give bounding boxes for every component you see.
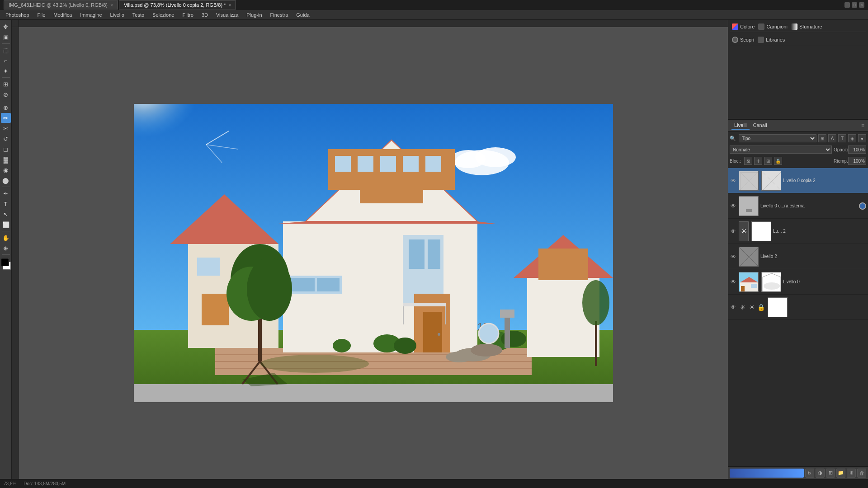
close-button[interactable]: × [859,2,864,8]
dodge-tool[interactable]: ⬤ [1,175,11,185]
sfumature-panel-item[interactable]: Sfumature [791,23,822,30]
filter-icon-btn3[interactable]: T [838,134,846,142]
eraser-tool[interactable]: ◻ [1,144,11,154]
close-tab2-icon[interactable]: × [228,3,231,8]
menu-3d[interactable]: 3D [198,11,212,19]
path-selection-tool[interactable]: ↖ [1,209,11,219]
zoom-tool[interactable]: ⊕ [1,243,11,253]
layer-row-0[interactable]: 👁 [728,168,868,193]
layer-color-bar [730,469,804,478]
layer-vis-1[interactable]: 👁 [730,202,737,210]
lock-pixel-btn[interactable]: ⊠ [744,157,752,165]
new-layer-button[interactable]: ⊕ [847,469,856,478]
tab-villa[interactable]: Villa.psd @ 73,8% (Livello 0 copia 2, RG… [119,0,236,9]
tab-villa-label: Villa.psd @ 73,8% (Livello 0 copia 2, RG… [124,2,226,8]
layer-row-4[interactable]: 👁 [728,269,868,295]
lock-move-btn[interactable]: ✛ [754,157,762,165]
gradient-tool[interactable]: ▓ [1,155,11,164]
lock-all-btn[interactable]: 🔒 [774,157,782,165]
svg-rect-169 [746,209,752,212]
svg-point-56 [333,339,351,352]
tab-canali[interactable]: Canali [750,122,770,130]
lasso-tool[interactable]: ⌐ [1,56,11,66]
minimize-button[interactable]: _ [844,2,850,8]
fill-input[interactable] [848,157,866,165]
foreground-color-swatch[interactable] [1,258,9,266]
opacity-input[interactable] [848,145,866,154]
scopri-panel-item[interactable]: Scopri [732,37,754,43]
adj-lock-icon: 🔒 [757,304,765,311]
magic-wand-tool[interactable]: ✦ [1,66,11,76]
move-tool[interactable]: ✥ [1,22,11,32]
menu-edit[interactable]: Modifica [50,11,75,19]
menu-image[interactable]: Immagine [76,11,105,19]
fill-label: Riemp.: [834,159,846,164]
window-controls: _ □ × [844,2,864,8]
clone-stamp-tool[interactable]: ✂ [1,123,11,133]
menu-layer[interactable]: Livello [107,11,128,19]
tab-livelli[interactable]: Livelli [731,122,750,130]
hand-tool[interactable]: ✋ [1,233,11,243]
layer-row-1[interactable]: 👁 Livello 0 c...ra esterna [728,193,868,219]
filter-icon-btn4[interactable]: ◈ [848,134,856,142]
layer-mask-svg-2 [752,222,771,241]
text-tool[interactable]: T [1,199,11,209]
canvas-document[interactable]: 15 [134,104,613,402]
canvas-viewport[interactable]: 15 [19,27,728,479]
brush-tool[interactable]: ✏ [1,113,11,123]
svg-rect-51 [538,249,588,280]
filter-icon-btn2[interactable]: A [828,134,836,142]
layer-vis-3[interactable]: 👁 [730,253,737,260]
artboard-tool[interactable]: ▣ [1,32,11,42]
layer-vis-4[interactable]: 👁 [730,278,737,286]
layer-mask-2 [751,221,771,241]
menu-filter[interactable]: Filtro [179,11,197,19]
add-fx-button[interactable]: fx [805,469,814,478]
add-mask-button[interactable]: ◑ [816,469,825,478]
shape-tool[interactable]: ⬜ [1,220,11,230]
tab-img6431[interactable]: IMG_6431.HEIC @ 43,2% (Livello 0, RGB/8)… [4,0,118,9]
delete-layer-button[interactable]: 🗑 [857,469,866,478]
crop-tool[interactable]: ⊞ [1,79,11,89]
filter-icon-btn5[interactable]: ● [858,134,866,142]
campioni-panel-item[interactable]: Campioni [758,23,787,30]
marquee-tool[interactable]: ⬚ [1,45,11,55]
blur-tool[interactable]: ◉ [1,165,11,175]
pen-tool[interactable]: ✒ [1,188,11,198]
menu-help[interactable]: Guida [292,11,313,19]
blend-mode-select[interactable]: Normale [730,145,832,154]
layer-vis-0[interactable]: 👁 [730,177,737,184]
adj-sun-icon: ☀ [748,304,756,311]
eyedropper-tool[interactable]: ⊘ [1,89,11,99]
menu-photoshop[interactable]: Photoshop [2,11,33,19]
layer-thumb-4 [739,272,759,292]
close-tab1-icon[interactable]: × [110,3,113,8]
panel-menu-icon[interactable]: ≡ [861,122,864,129]
healing-brush-tool[interactable]: ⊕ [1,103,11,113]
menu-view[interactable]: Visualizza [212,11,242,19]
menu-file[interactable]: File [34,11,49,19]
layer-row-5[interactable]: 👁 ✳ ☀ 🔒 [728,295,868,320]
filter-icon-btn1[interactable]: ⊞ [818,134,826,142]
layer-row-2[interactable]: 👁 ✳ Lu... 2 [728,219,868,244]
maximize-button[interactable]: □ [852,2,857,8]
new-group-button[interactable]: 📁 [836,469,845,478]
history-brush-tool[interactable]: ↺ [1,134,11,144]
lock-artboard-btn[interactable]: ⊞ [764,157,772,165]
menu-window[interactable]: Finestra [267,11,292,19]
layer-vis-5[interactable]: 👁 [730,304,737,311]
new-adjustment-button[interactable]: ⊞ [826,469,835,478]
layer-row-3[interactable]: 👁 Livello 2 [728,244,868,269]
menu-select[interactable]: Selezione [149,11,178,19]
right-panels-container: Colore Campioni Sfumature Scopri [728,20,868,479]
layer-vis-2[interactable]: 👁 [730,228,737,235]
toolbar-separator-3 [2,101,10,101]
menu-plugin[interactable]: Plug-in [243,11,265,19]
menu-text[interactable]: Testo [129,11,148,19]
colore-panel-item[interactable]: Colore [732,23,755,30]
filter-type-select[interactable]: Tipo [739,134,816,142]
svg-point-58 [471,344,502,357]
svg-point-59 [446,352,473,362]
left-toolbar: ✥ ▣ ⬚ ⌐ ✦ ⊞ ⊘ ⊕ ✏ ✂ ↺ ◻ ▓ ◉ ⬤ ✒ T ↖ ⬜ ✋ … [0,20,12,479]
libraries-panel-item[interactable]: Libraries [758,37,785,43]
